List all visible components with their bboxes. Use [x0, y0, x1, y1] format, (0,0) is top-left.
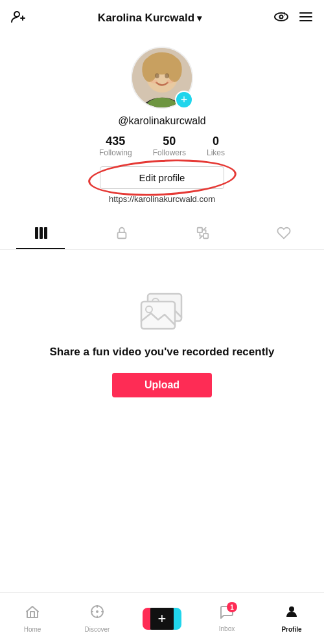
lock-icon [115, 226, 129, 244]
followers-count: 50 [163, 135, 176, 148]
tab-likes[interactable] [243, 219, 324, 249]
followers-label: Followers [153, 148, 186, 157]
discover-icon [89, 604, 105, 623]
svg-point-15 [167, 57, 182, 82]
home-icon [25, 604, 40, 623]
repost-icon [196, 226, 210, 244]
svg-point-17 [165, 73, 169, 78]
svg-rect-22 [44, 227, 47, 239]
hamburger-icon[interactable] [298, 9, 314, 27]
username-title: Karolina Kurcwald [98, 12, 194, 25]
likes-count: 0 [213, 135, 219, 148]
upload-button[interactable]: Upload [112, 373, 212, 397]
discover-label: Discover [85, 626, 110, 633]
profile-handle: @karolinakurcwald [118, 115, 205, 127]
nav-item-discover[interactable]: Discover [65, 604, 130, 633]
edit-profile-button[interactable]: Edit profile [100, 166, 225, 189]
followers-stat[interactable]: 50 Followers [153, 135, 186, 157]
profile-icon [284, 604, 299, 623]
stats-row: 435 Following 50 Followers 0 Likes [99, 135, 225, 157]
svg-rect-21 [40, 227, 43, 239]
svg-rect-20 [35, 227, 38, 239]
nav-item-inbox[interactable]: 1 Inbox [194, 605, 259, 632]
svg-rect-23 [117, 232, 126, 238]
likes-label: Likes [207, 148, 225, 157]
home-label: Home [24, 626, 41, 633]
svg-point-14 [142, 57, 157, 82]
tab-private[interactable] [81, 219, 162, 249]
likes-stat[interactable]: 0 Likes [207, 135, 225, 157]
nav-item-home[interactable]: Home [0, 604, 65, 633]
svg-point-3 [275, 13, 288, 21]
eye-icon[interactable]: ! [273, 9, 289, 27]
dropdown-chevron: ▾ [197, 13, 202, 23]
profile-section: + @karolinakurcwald 435 Following 50 Fol… [0, 36, 324, 219]
add-photo-button[interactable]: + [175, 91, 193, 109]
bottom-nav: Home Discover + 1 Inbox [0, 592, 324, 644]
svg-point-31 [97, 611, 98, 612]
svg-point-4 [279, 16, 283, 19]
add-user-icon[interactable] [10, 9, 26, 27]
svg-point-32 [289, 606, 294, 612]
inbox-badge: 1 [227, 602, 237, 612]
svg-rect-24 [197, 228, 202, 232]
profile-label: Profile [281, 626, 301, 633]
following-label: Following [99, 148, 132, 157]
videos-grid-icon [34, 226, 48, 244]
following-stat[interactable]: 435 Following [99, 135, 132, 157]
nav-item-profile[interactable]: Profile [259, 604, 324, 633]
avatar-wrapper: + [131, 47, 193, 109]
header-title[interactable]: Karolina Kurcwald ▾ [98, 12, 202, 25]
add-video-button[interactable]: + [146, 608, 178, 630]
header-left [10, 9, 26, 27]
inbox-label: Inbox [219, 625, 235, 632]
empty-image-icon [136, 289, 188, 334]
app-header: Karolina Kurcwald ▾ ! [0, 0, 324, 36]
header-right: ! [273, 9, 314, 27]
svg-point-19 [167, 80, 174, 83]
inbox-icon-wrapper: 1 [219, 605, 235, 623]
profile-website[interactable]: https://karolinakurcwald.com [109, 194, 215, 204]
tab-reposts[interactable] [162, 219, 243, 249]
following-count: 435 [106, 135, 125, 148]
empty-title: Share a fun video you've recorded recent… [50, 344, 275, 360]
svg-point-16 [155, 73, 159, 78]
svg-point-18 [150, 80, 158, 83]
edit-profile-container: Edit profile [100, 166, 225, 189]
heart-icon [277, 226, 291, 244]
svg-text:!: ! [284, 11, 286, 17]
content-tabs [0, 219, 324, 250]
empty-state: Share a fun video you've recorded recent… [0, 250, 324, 436]
svg-rect-28 [141, 302, 175, 329]
tab-videos[interactable] [0, 219, 81, 249]
svg-point-0 [14, 12, 19, 17]
svg-rect-25 [203, 234, 207, 238]
nav-item-add[interactable]: + [130, 608, 194, 630]
